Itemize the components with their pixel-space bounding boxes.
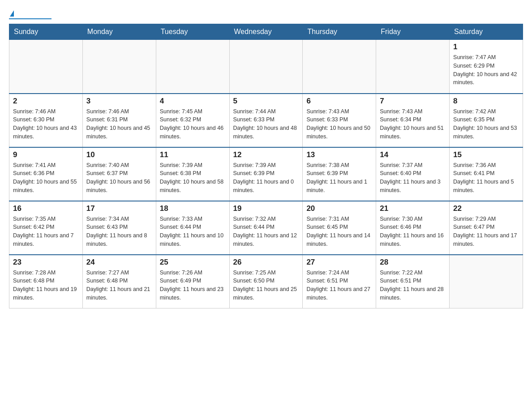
day-info: Sunrise: 7:39 AM Sunset: 6:39 PM Dayligh…: [233, 161, 299, 195]
calendar-day-cell: 25Sunrise: 7:26 AM Sunset: 6:49 PM Dayli…: [156, 255, 229, 308]
calendar-day-cell: 20Sunrise: 7:31 AM Sunset: 6:45 PM Dayli…: [303, 201, 376, 255]
day-info: Sunrise: 7:24 AM Sunset: 6:51 PM Dayligh…: [306, 269, 372, 302]
day-number: 21: [380, 204, 446, 213]
calendar-week-row: 9Sunrise: 7:41 AM Sunset: 6:36 PM Daylig…: [9, 147, 523, 201]
calendar-day-cell: 11Sunrise: 7:39 AM Sunset: 6:38 PM Dayli…: [156, 147, 229, 201]
day-info: Sunrise: 7:46 AM Sunset: 6:31 PM Dayligh…: [86, 107, 152, 141]
day-number: 10: [86, 150, 152, 159]
calendar-day-cell: [9, 40, 83, 94]
day-info: Sunrise: 7:34 AM Sunset: 6:43 PM Dayligh…: [86, 215, 152, 248]
day-number: 23: [13, 258, 79, 267]
day-number: 22: [453, 204, 519, 213]
page-header: [9, 9, 523, 19]
calendar-day-cell: 14Sunrise: 7:37 AM Sunset: 6:40 PM Dayli…: [376, 147, 450, 201]
day-number: 28: [380, 258, 446, 267]
day-number: 3: [86, 97, 152, 106]
day-number: 2: [13, 97, 79, 106]
calendar-day-cell: 10Sunrise: 7:40 AM Sunset: 6:37 PM Dayli…: [82, 147, 156, 201]
calendar-day-cell: 7Sunrise: 7:43 AM Sunset: 6:34 PM Daylig…: [376, 94, 450, 147]
weekday-header-monday: Monday: [82, 24, 156, 40]
day-number: 27: [306, 258, 372, 267]
calendar-day-cell: 19Sunrise: 7:32 AM Sunset: 6:44 PM Dayli…: [229, 201, 303, 255]
day-number: 9: [13, 150, 79, 159]
calendar-day-cell: 18Sunrise: 7:33 AM Sunset: 6:44 PM Dayli…: [156, 201, 229, 255]
day-info: Sunrise: 7:38 AM Sunset: 6:39 PM Dayligh…: [306, 161, 372, 195]
calendar-day-cell: 5Sunrise: 7:44 AM Sunset: 6:33 PM Daylig…: [229, 94, 303, 147]
calendar-week-row: 23Sunrise: 7:28 AM Sunset: 6:48 PM Dayli…: [9, 255, 523, 308]
weekday-header-saturday: Saturday: [450, 24, 523, 40]
calendar-day-cell: 12Sunrise: 7:39 AM Sunset: 6:39 PM Dayli…: [229, 147, 303, 201]
day-number: 7: [380, 97, 446, 106]
calendar-week-row: 2Sunrise: 7:46 AM Sunset: 6:30 PM Daylig…: [9, 94, 523, 147]
day-number: 17: [86, 204, 152, 213]
day-info: Sunrise: 7:30 AM Sunset: 6:46 PM Dayligh…: [380, 215, 446, 248]
calendar-day-cell: 26Sunrise: 7:25 AM Sunset: 6:50 PM Dayli…: [229, 255, 303, 308]
day-number: 25: [160, 258, 226, 267]
weekday-header-sunday: Sunday: [9, 24, 83, 40]
calendar-day-cell: 8Sunrise: 7:42 AM Sunset: 6:35 PM Daylig…: [450, 94, 523, 147]
calendar-day-cell: 21Sunrise: 7:30 AM Sunset: 6:46 PM Dayli…: [376, 201, 450, 255]
day-info: Sunrise: 7:47 AM Sunset: 6:29 PM Dayligh…: [453, 53, 519, 87]
calendar-day-cell: [82, 40, 156, 94]
day-info: Sunrise: 7:32 AM Sunset: 6:44 PM Dayligh…: [233, 215, 299, 248]
day-info: Sunrise: 7:35 AM Sunset: 6:42 PM Dayligh…: [13, 215, 79, 248]
day-number: 24: [86, 258, 152, 267]
calendar-week-row: 16Sunrise: 7:35 AM Sunset: 6:42 PM Dayli…: [9, 201, 523, 255]
weekday-header-thursday: Thursday: [303, 24, 376, 40]
calendar-week-row: 1Sunrise: 7:47 AM Sunset: 6:29 PM Daylig…: [9, 40, 523, 94]
calendar-table: SundayMondayTuesdayWednesdayThursdayFrid…: [9, 24, 523, 308]
day-number: 13: [306, 150, 372, 159]
day-number: 20: [306, 204, 372, 213]
weekday-header-wednesday: Wednesday: [229, 24, 303, 40]
day-number: 5: [233, 97, 299, 106]
calendar-day-cell: 13Sunrise: 7:38 AM Sunset: 6:39 PM Dayli…: [303, 147, 376, 201]
calendar-day-cell: 27Sunrise: 7:24 AM Sunset: 6:51 PM Dayli…: [303, 255, 376, 308]
calendar-day-cell: 23Sunrise: 7:28 AM Sunset: 6:48 PM Dayli…: [9, 255, 83, 308]
day-info: Sunrise: 7:46 AM Sunset: 6:30 PM Dayligh…: [13, 107, 79, 141]
calendar-day-cell: 16Sunrise: 7:35 AM Sunset: 6:42 PM Dayli…: [9, 201, 83, 255]
day-number: 4: [160, 97, 226, 106]
day-number: 15: [453, 150, 519, 159]
day-info: Sunrise: 7:27 AM Sunset: 6:48 PM Dayligh…: [86, 269, 152, 302]
calendar-day-cell: 9Sunrise: 7:41 AM Sunset: 6:36 PM Daylig…: [9, 147, 83, 201]
logo-underline: [9, 18, 51, 19]
day-number: 12: [233, 150, 299, 159]
day-number: 18: [160, 204, 226, 213]
calendar-day-cell: 22Sunrise: 7:29 AM Sunset: 6:47 PM Dayli…: [450, 201, 523, 255]
calendar-day-cell: [229, 40, 303, 94]
calendar-day-cell: [303, 40, 376, 94]
day-info: Sunrise: 7:45 AM Sunset: 6:32 PM Dayligh…: [160, 107, 226, 141]
calendar-day-cell: 24Sunrise: 7:27 AM Sunset: 6:48 PM Dayli…: [82, 255, 156, 308]
calendar-header-row: SundayMondayTuesdayWednesdayThursdayFrid…: [9, 24, 523, 40]
calendar-day-cell: [376, 40, 450, 94]
day-info: Sunrise: 7:41 AM Sunset: 6:36 PM Dayligh…: [13, 161, 79, 195]
day-number: 1: [453, 43, 519, 51]
day-info: Sunrise: 7:42 AM Sunset: 6:35 PM Dayligh…: [453, 107, 519, 141]
calendar-day-cell: 1Sunrise: 7:47 AM Sunset: 6:29 PM Daylig…: [450, 40, 523, 94]
calendar-day-cell: 28Sunrise: 7:22 AM Sunset: 6:51 PM Dayli…: [376, 255, 450, 308]
day-info: Sunrise: 7:43 AM Sunset: 6:34 PM Dayligh…: [380, 107, 446, 141]
day-number: 14: [380, 150, 446, 159]
day-info: Sunrise: 7:40 AM Sunset: 6:37 PM Dayligh…: [86, 161, 152, 195]
day-info: Sunrise: 7:44 AM Sunset: 6:33 PM Dayligh…: [233, 107, 299, 141]
day-number: 11: [160, 150, 226, 159]
day-info: Sunrise: 7:36 AM Sunset: 6:41 PM Dayligh…: [453, 161, 519, 195]
weekday-header-tuesday: Tuesday: [156, 24, 229, 40]
day-number: 26: [233, 258, 299, 267]
day-number: 8: [453, 97, 519, 106]
calendar-day-cell: 6Sunrise: 7:43 AM Sunset: 6:33 PM Daylig…: [303, 94, 376, 147]
calendar-day-cell: 2Sunrise: 7:46 AM Sunset: 6:30 PM Daylig…: [9, 94, 83, 147]
day-info: Sunrise: 7:43 AM Sunset: 6:33 PM Dayligh…: [306, 107, 372, 141]
day-info: Sunrise: 7:28 AM Sunset: 6:48 PM Dayligh…: [13, 269, 79, 302]
day-number: 16: [13, 204, 79, 213]
calendar-day-cell: 15Sunrise: 7:36 AM Sunset: 6:41 PM Dayli…: [450, 147, 523, 201]
calendar-day-cell: [156, 40, 229, 94]
day-number: 19: [233, 204, 299, 213]
day-info: Sunrise: 7:22 AM Sunset: 6:51 PM Dayligh…: [380, 269, 446, 302]
day-info: Sunrise: 7:33 AM Sunset: 6:44 PM Dayligh…: [160, 215, 226, 248]
day-info: Sunrise: 7:25 AM Sunset: 6:50 PM Dayligh…: [233, 269, 299, 302]
day-info: Sunrise: 7:26 AM Sunset: 6:49 PM Dayligh…: [160, 269, 226, 302]
calendar-day-cell: 4Sunrise: 7:45 AM Sunset: 6:32 PM Daylig…: [156, 94, 229, 147]
calendar-day-cell: 17Sunrise: 7:34 AM Sunset: 6:43 PM Dayli…: [82, 201, 156, 255]
weekday-header-friday: Friday: [376, 24, 450, 40]
